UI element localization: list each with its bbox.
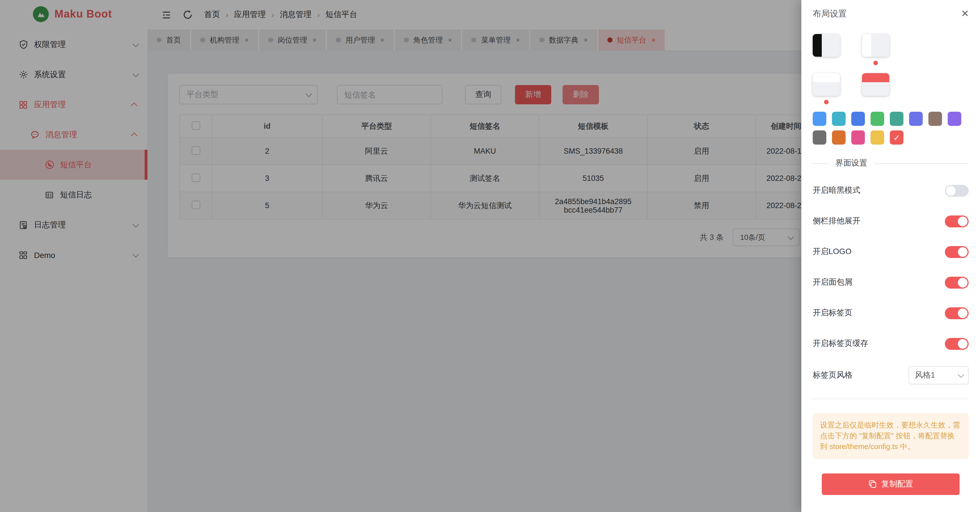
dark-sidebar-preview	[813, 34, 822, 57]
copy-icon	[868, 480, 877, 488]
tabs-cache-toggle[interactable]	[945, 338, 969, 350]
setting-logo: 开启LOGO	[813, 237, 969, 267]
layout-settings-drawer: 布局设置 ×	[801, 0, 980, 512]
theme-color-swatch[interactable]	[870, 130, 884, 145]
layout-option-primary-header[interactable]	[862, 73, 889, 104]
close-icon[interactable]: ×	[961, 7, 969, 20]
setting-label: 开启标签页缓存	[813, 339, 868, 349]
layout-option-light-sidebar[interactable]	[862, 34, 889, 65]
selection-dot	[873, 60, 878, 65]
setting-label: 开启暗黑模式	[813, 185, 860, 196]
tab-style-value: 风格1	[915, 370, 935, 380]
theme-color-palette: ✓	[813, 112, 969, 145]
theme-color-swatch[interactable]	[813, 130, 826, 145]
copy-config-button[interactable]: 复制配置	[822, 473, 959, 495]
drawer-header: 布局设置 ×	[801, 0, 980, 27]
setting-tabs-cache: 开启标签页缓存	[813, 328, 969, 359]
theme-color-swatch[interactable]	[851, 112, 865, 126]
theme-color-swatch[interactable]	[870, 112, 884, 126]
theme-color-swatch[interactable]	[948, 112, 961, 126]
setting-tab-style: 标签页风格 风格1	[813, 359, 969, 392]
divider	[813, 399, 969, 399]
setting-breadcrumb: 开启面包屑	[813, 267, 969, 298]
theme-color-swatch[interactable]	[928, 112, 942, 126]
theme-color-swatch-selected[interactable]: ✓	[890, 130, 904, 145]
setting-label: 开启标签页	[813, 308, 853, 318]
theme-color-swatch[interactable]	[851, 130, 865, 145]
setting-label: 标签页风格	[813, 370, 853, 380]
logo-toggle[interactable]	[945, 246, 969, 258]
sidebar-accordion-toggle[interactable]	[945, 215, 969, 227]
settings-notice: 设置之后仅是临时生效，要想永久生效，需点击下方的 "复制配置" 按钮，将配置替换…	[813, 413, 969, 459]
chevron-down-icon	[958, 371, 964, 378]
primary-header-preview	[862, 73, 889, 82]
theme-color-swatch[interactable]	[813, 112, 826, 126]
setting-dark-mode: 开启暗黑模式	[813, 175, 969, 206]
setting-label: 开启面包屑	[813, 277, 853, 288]
setting-sidebar-accordion: 侧栏排他展开	[813, 206, 969, 237]
theme-color-swatch[interactable]	[909, 112, 923, 126]
settings-rows: 开启暗黑模式 侧栏排他展开 开启LOGO 开启面包屑 开启标签页	[813, 175, 969, 392]
layout-option-light-header[interactable]	[813, 73, 840, 104]
selection-dot	[824, 60, 829, 65]
light-sidebar-preview	[862, 34, 872, 57]
layout-mode-options	[813, 34, 969, 104]
light-header-preview	[813, 73, 840, 82]
drawer-title: 布局设置	[813, 8, 847, 19]
theme-color-swatch[interactable]	[832, 130, 846, 145]
app-root: Maku Boot 权限管理 系统设置 应用管理	[0, 0, 980, 512]
layout-option-dark-sidebar[interactable]	[813, 34, 840, 65]
interface-settings-section: 界面设置	[813, 158, 969, 169]
check-icon: ✓	[893, 133, 900, 142]
selection-dot	[824, 100, 829, 104]
drawer-body: ✓ 界面设置 开启暗黑模式 侧栏排他展开 开启LOGO	[801, 27, 980, 495]
setting-label: 侧栏排他展开	[813, 216, 860, 226]
selection-dot	[873, 100, 878, 104]
setting-tabs: 开启标签页	[813, 298, 969, 328]
tab-style-select[interactable]: 风格1	[908, 366, 969, 385]
theme-color-swatch[interactable]	[832, 112, 846, 126]
section-title: 界面设置	[835, 158, 867, 169]
tabs-toggle[interactable]	[945, 307, 969, 319]
copy-config-label: 复制配置	[881, 479, 913, 489]
setting-label: 开启LOGO	[813, 246, 851, 257]
breadcrumb-toggle[interactable]	[945, 277, 969, 288]
dark-mode-toggle[interactable]	[945, 184, 969, 196]
theme-color-swatch[interactable]	[890, 112, 904, 126]
